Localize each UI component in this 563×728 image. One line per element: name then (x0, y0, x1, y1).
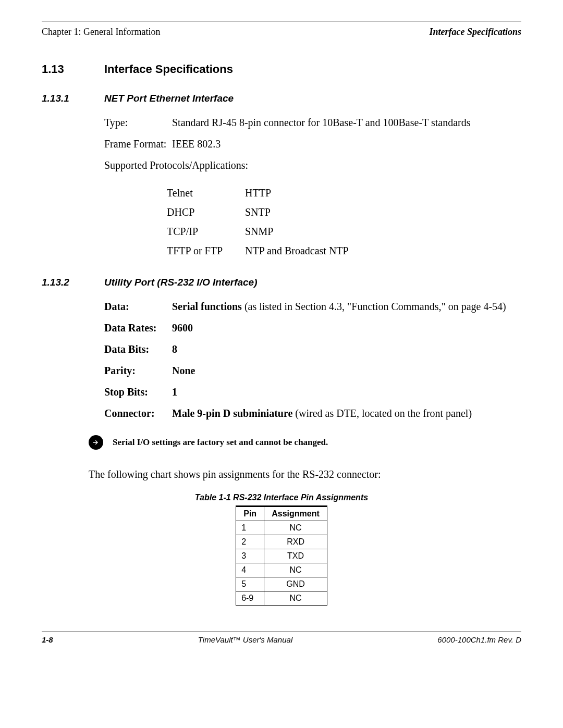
protocol-cell: SNMP (245, 226, 521, 238)
header-section: Interface Specifications (430, 27, 521, 38)
connector-label: Connector: (104, 406, 172, 421)
section-title: Interface Specifications (104, 63, 233, 76)
protocol-cell: SNTP (245, 206, 521, 218)
note-text: Serial I/O settings are factory set and … (113, 437, 328, 448)
protocol-cell: NTP and Broadcast NTP (245, 245, 521, 257)
connector-value: Male 9-pin D subminiature (wired as DTE,… (172, 406, 521, 421)
table-row: 2RXD (236, 535, 327, 549)
table-caption: Table 1-1 RS-232 Interface Pin Assignmen… (42, 493, 521, 502)
bottom-rule (42, 632, 521, 632)
footer-manual-title: TimeVault™ User's Manual (53, 635, 438, 644)
footer-revision: 6000-100Ch1.fm Rev. D (437, 635, 521, 644)
supported-protocols-label: Supported Protocols/Applications: (104, 158, 248, 172)
frame-format-value: IEEE 802.3 (172, 137, 521, 151)
header-chapter: Chapter 1: General Information (42, 27, 160, 38)
table-row: 1NC (236, 521, 327, 535)
protocol-cell: Telnet (167, 187, 245, 199)
protocol-cell: DHCP (167, 206, 245, 218)
data-value: Serial functions (as listed in Section 4… (172, 300, 521, 314)
table-row: 5GND (236, 577, 327, 591)
frame-format-label: Frame Format: (104, 137, 172, 151)
data-bits-label: Data Bits: (104, 342, 172, 356)
page-number: 1-8 (42, 635, 53, 644)
subsection2-number: 1.13.2 (42, 277, 104, 288)
table-row: 4NC (236, 563, 327, 577)
arrow-right-icon (89, 435, 103, 450)
table-header-assignment: Assignment (264, 507, 327, 521)
stop-bits-label: Stop Bits: (104, 385, 172, 399)
protocol-cell: TFTP or FTP (167, 245, 245, 257)
protocol-cell: TCP/IP (167, 226, 245, 238)
data-rates-label: Data Rates: (104, 321, 172, 335)
subsection1-title: NET Port Ethernet Interface (104, 93, 234, 104)
data-label: Data: (104, 300, 172, 314)
subsection1-number: 1.13.1 (42, 93, 104, 104)
section-number: 1.13 (42, 63, 104, 76)
table-row: 6-9NC (236, 591, 327, 606)
table-row: 3TXD (236, 549, 327, 563)
parity-value: None (172, 364, 521, 378)
subsection2-title: Utility Port (RS-232 I/O Interface) (104, 277, 258, 288)
data-bits-value: 8 (172, 342, 521, 356)
protocol-cell: HTTP (245, 187, 521, 199)
top-rule (42, 21, 521, 21)
pin-assignment-table: Pin Assignment 1NC 2RXD 3TXD 4NC 5GND 6-… (236, 505, 327, 606)
stop-bits-value: 1 (172, 385, 521, 399)
type-value: Standard RJ-45 8-pin connector for 10Bas… (172, 116, 521, 130)
followup-text: The following chart shows pin assignment… (89, 468, 521, 480)
data-rates-value: 9600 (172, 321, 521, 335)
parity-label: Parity: (104, 364, 172, 378)
type-label: Type: (104, 116, 172, 130)
table-header-pin: Pin (236, 507, 264, 521)
